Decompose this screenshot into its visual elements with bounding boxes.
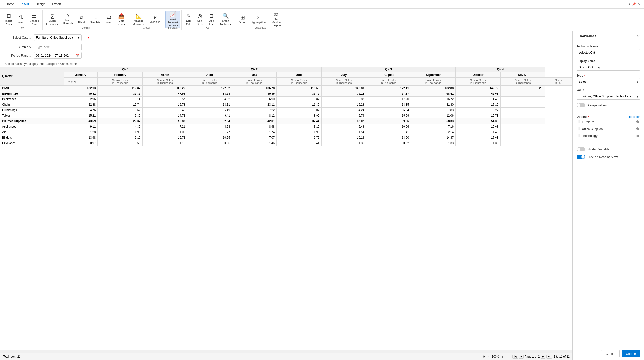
row-value-cell[interactable]: 8.12 <box>232 113 277 118</box>
row-value-cell[interactable]: 5.48 <box>322 124 366 130</box>
blend-button[interactable]: ⧉ Blend <box>76 11 87 28</box>
row-value-cell[interactable]: 6.04 <box>366 108 411 113</box>
data-input-button[interactable]: 📥 DataInput ▾ <box>115 11 128 28</box>
row-value-cell[interactable]: 1.74 <box>232 130 277 135</box>
row-value-cell[interactable]: 2.96 <box>64 96 98 102</box>
panel-back-button[interactable]: ‹ <box>576 34 578 38</box>
row-value-cell[interactable]: 6.90 <box>232 96 277 102</box>
row-value-cell[interactable]: 0.53 <box>98 140 142 146</box>
row-value-cell[interactable]: 1.93 <box>277 130 322 135</box>
row-value-cell[interactable]: 10.68 <box>456 124 500 130</box>
row-value-cell[interactable]: 39.14 <box>322 91 366 96</box>
zoom-in-button[interactable]: + <box>501 355 504 358</box>
row-value-cell[interactable]: 7.07 <box>232 135 277 140</box>
row-value-cell[interactable]: 14.72 <box>142 113 187 118</box>
category-select[interactable]: Furniture, Office Supplies ▾ <box>34 34 82 41</box>
row-value-cell[interactable]: 1.43 <box>456 130 500 135</box>
row-value-cell[interactable] <box>500 108 545 113</box>
row-value-cell[interactable]: 15.73 <box>456 113 500 118</box>
manage-measures-button[interactable]: 📐 ManageMeasures <box>130 11 146 28</box>
assign-values-toggle[interactable] <box>576 103 585 107</box>
page-last-button[interactable]: ▶| <box>546 354 552 358</box>
period-date[interactable]: 07-01-2024 - 07-11-2024 📅 <box>34 52 82 59</box>
row-value-cell[interactable]: 8.87 <box>277 96 322 102</box>
row-value-cell[interactable]: 172.11 <box>366 86 411 91</box>
row-value-cell[interactable] <box>500 130 545 135</box>
option-delete-button[interactable]: 🗑 <box>636 120 639 124</box>
hidden-variable-toggle[interactable] <box>576 147 585 152</box>
tab-export[interactable]: Export <box>49 0 64 8</box>
row-value-cell[interactable] <box>500 113 545 118</box>
row-value-cell[interactable]: 7.21 <box>142 124 187 130</box>
row-value-cell[interactable]: 32.32 <box>98 91 142 96</box>
page-prev-button[interactable]: ◀ <box>519 354 524 358</box>
row-value-cell[interactable]: 5.83 <box>322 96 366 102</box>
row-value-cell[interactable] <box>500 96 545 102</box>
panel-close-button[interactable]: ✕ <box>636 34 640 39</box>
row-value-cell[interactable]: 13.98 <box>64 135 98 140</box>
row-value-cell[interactable]: 9.11 <box>64 124 98 130</box>
row-value-cell[interactable]: 4.24 <box>322 108 366 113</box>
row-value-cell[interactable]: 1.00 <box>142 130 187 135</box>
pin-icon[interactable]: 📌 <box>632 2 636 6</box>
invert-col-button[interactable]: ⇄ Invert <box>104 11 114 28</box>
tab-insert[interactable]: Insert <box>18 0 32 8</box>
insert-row-button[interactable]: ⊞ InsertRow ▾ <box>3 11 14 28</box>
row-value-cell[interactable]: 136.78 <box>232 86 277 91</box>
settings-icon-status[interactable]: ⚙ <box>482 355 485 358</box>
invert-row-button[interactable]: ⇅ Invert <box>16 11 26 28</box>
bulk-edit-button[interactable]: ⊟ BulkEdit <box>206 11 216 28</box>
option-drag-handle[interactable]: ⠿ <box>578 134 580 138</box>
row-value-cell[interactable]: 19.78 <box>142 102 187 108</box>
summary-input[interactable] <box>34 44 82 50</box>
row-value-cell[interactable]: 1.15 <box>142 140 187 146</box>
row-value-cell[interactable]: 37.44 <box>277 118 322 124</box>
row-value-cell[interactable]: 9.10 <box>98 135 142 140</box>
insert-forecast-button[interactable]: 📈 InsertForecastForecast <box>166 11 180 28</box>
display-name-input[interactable] <box>576 64 640 70</box>
row-value-cell[interactable]: 45.82 <box>64 91 98 96</box>
type-select[interactable]: Select <box>576 78 640 85</box>
row-value-cell[interactable]: 8.99 <box>277 113 322 118</box>
horizontal-scrollbar[interactable] <box>0 350 572 352</box>
row-value-cell[interactable]: 68.41 <box>411 91 456 96</box>
option-drag-handle[interactable]: ⠿ <box>578 127 580 131</box>
row-value-cell[interactable]: 1.28 <box>64 130 98 135</box>
row-value-cell[interactable]: 13.11 <box>187 102 232 108</box>
row-value-cell[interactable]: 54.33 <box>456 118 500 124</box>
row-value-cell[interactable]: 1.41 <box>366 130 411 135</box>
row-value-cell[interactable] <box>500 140 545 146</box>
row-value-cell[interactable] <box>500 102 545 108</box>
row-value-cell[interactable]: 5.27 <box>456 108 500 113</box>
row-value-cell[interactable]: 16.72 <box>411 96 456 102</box>
row-value-cell[interactable]: 2.14 <box>411 130 456 135</box>
row-value-cell[interactable]: 16.72 <box>142 135 187 140</box>
settings-icon[interactable]: ⚙ <box>637 2 640 6</box>
simulate-button[interactable]: ≈ Simulate <box>88 11 102 28</box>
edit-cell-button[interactable]: ✎ EditCell <box>183 11 194 28</box>
row-value-cell[interactable]: 149.79 <box>456 86 500 91</box>
row-value-cell[interactable]: 43.59 <box>64 118 98 124</box>
variables-button[interactable]: V Variables <box>147 11 162 28</box>
row-value-cell[interactable]: 1.33 <box>456 140 500 146</box>
table-container[interactable]: Quarter Qtr 1 Qtr 2 Qtr 3 Qtr 4 January … <box>0 66 572 350</box>
row-value-cell[interactable]: 2... <box>500 86 545 91</box>
row-value-cell[interactable]: 115.60 <box>277 86 322 91</box>
row-value-cell[interactable] <box>500 135 545 140</box>
technical-name-input[interactable] <box>576 49 640 56</box>
row-value-cell[interactable]: 6.49 <box>187 108 232 113</box>
row-value-cell[interactable]: 10.66 <box>366 124 411 130</box>
row-value-cell[interactable] <box>500 124 545 130</box>
row-value-cell[interactable]: 6.57 <box>142 96 187 102</box>
row-value-cell[interactable]: 4.49 <box>456 96 500 102</box>
row-value-cell[interactable]: 6.46 <box>142 108 187 113</box>
row-value-cell[interactable]: 11.86 <box>277 102 322 108</box>
row-value-cell[interactable]: 4.89 <box>98 124 142 130</box>
row-value-cell[interactable]: 59.66 <box>366 118 411 124</box>
cancel-button[interactable]: Cancel <box>601 350 620 358</box>
row-value-cell[interactable]: 3.14 <box>98 96 142 102</box>
row-value-cell[interactable]: 1.36 <box>322 140 366 146</box>
row-value-cell[interactable]: 9.79 <box>322 113 366 118</box>
row-value-cell[interactable]: 125.89 <box>322 86 366 91</box>
hide-reading-toggle[interactable] <box>576 155 585 159</box>
